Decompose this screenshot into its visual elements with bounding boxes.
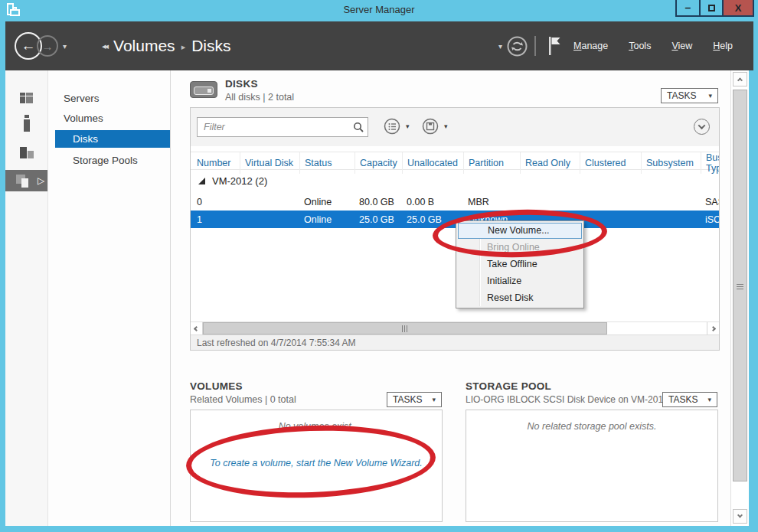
icon-strip: ▷ [5,70,48,526]
scroll-left-button[interactable] [191,322,203,335]
file-storage-nav-button[interactable]: ▷ [5,170,47,191]
breadcrumb: ◂◂ Volumes ▸ Disks [102,37,230,55]
menu-help[interactable]: Help [713,41,733,51]
cell-capacity: 25.0 GB [354,214,402,225]
tasks-label: TASKS [393,394,422,405]
menu-view[interactable]: View [671,41,692,51]
dropdown-icon: ▾ [444,122,448,130]
col-subsystem: Subsystem [641,152,701,174]
main-content: DISKS All disks | 2 total TASKS ▾ [171,70,730,526]
breadcrumb-section[interactable]: Volumes [113,37,175,55]
cell-number: 1 [197,214,240,225]
maximize-icon [708,5,715,11]
notifications-dropdown[interactable]: ▾ [498,42,502,51]
menu-item-take-offline[interactable]: Take Offline [458,256,582,273]
table-header[interactable]: Number Virtual Disk Status Capacity Unal… [191,152,720,170]
scroll-up-button[interactable] [733,72,747,86]
cell-status: Online [299,197,354,207]
tasks-dropdown-icon: ▾ [707,396,711,403]
horizontal-scrollbar[interactable] [191,321,719,335]
sidebar-item-volumes[interactable]: Volumes [48,109,170,129]
scroll-right-button[interactable] [707,322,719,335]
server-group-row[interactable]: VM-2012 (2) [198,175,267,187]
minimize-button[interactable]: – [675,0,701,17]
group-label: VM-2012 (2) [212,175,267,187]
dashboard-nav-button[interactable] [5,87,47,109]
breadcrumb-separator-icon: ▸ [181,42,186,52]
forward-button[interactable]: → [37,35,58,57]
menu-item-reset-disk[interactable]: Reset Disk [458,289,582,306]
vertical-scrollbar-thumb[interactable] [733,90,747,481]
horizontal-scrollbar-thumb[interactable] [203,322,607,335]
list-icon [384,118,400,135]
cell-bus-type: SAS [701,197,720,207]
server-manager-window: Server Manager – X ← → ▾ ◂◂ Volumes ▸ Di… [0,0,758,532]
volumes-tasks-button[interactable]: TASKS ▾ [387,392,442,407]
search-icon [353,122,364,132]
collapse-tile-button[interactable] [694,119,710,135]
storage-pool-tile: No related storage pool exists. [466,410,718,522]
history-arrows-icon[interactable]: ◂◂ [102,41,107,51]
all-servers-icon [20,147,34,159]
local-server-nav-button[interactable] [5,115,47,136]
cell-partition: MBR [463,197,520,207]
disks-title: DISKS [225,78,294,90]
cell-number: 0 [197,197,240,207]
flag-notifications-button[interactable] [547,35,563,57]
chevron-down-icon [737,513,743,518]
tasks-label: TASKS [667,90,696,101]
col-virtual-disk: Virtual Disk [240,152,299,174]
sidebar-item-storage-pools[interactable]: Storage Pools [48,151,170,171]
sidebar-item-servers[interactable]: Servers [48,89,170,109]
nav-history-dropdown[interactable]: ▾ [63,42,67,51]
navigation-bar: ← → ▾ ◂◂ Volumes ▸ Disks ▾ [5,21,753,70]
storage-pool-tasks-button[interactable]: TASKS ▾ [662,392,717,407]
close-button[interactable]: X [722,0,754,17]
vertical-scrollbar[interactable] [730,70,749,526]
col-number: Number [197,152,240,174]
cell-capacity: 80.0 GB [354,197,402,207]
table-row[interactable]: 0 Online 80.0 GB 0.00 B MBR SAS [191,194,720,211]
save-icon [422,118,439,135]
status-bar: Last refreshed on 4/7/2014 7:55:34 AM [191,335,719,350]
tasks-dropdown-icon: ▾ [432,396,436,403]
local-server-icon [24,119,30,132]
sidebar-item-disks[interactable]: Disks [55,130,170,148]
expand-triangle-icon [198,178,205,184]
filter-criteria-button[interactable]: ▾ [384,118,410,135]
minimize-icon: – [685,2,691,14]
cell-bus-type: iSCSI [701,214,720,225]
refresh-icon [507,36,528,57]
disks-toolbar: ▾ ▾ [191,108,719,146]
divider [534,36,536,56]
disk-icon [190,81,217,98]
refresh-button[interactable] [507,36,528,57]
storage-pool-title: STORAGE POOL [466,380,668,392]
save-query-button[interactable]: ▾ [422,118,448,135]
forward-arrow-icon: → [42,40,54,53]
chevron-up-icon [737,77,743,83]
grip-icon [737,282,743,289]
disks-tasks-button[interactable]: TASKS ▾ [661,88,718,103]
chevron-right-icon [711,325,716,331]
all-servers-nav-button[interactable] [5,142,47,164]
disks-subtitle: All disks | 2 total [225,92,294,103]
col-clustered: Clustered [580,152,641,174]
cell-unallocated: 0.00 B [402,197,463,207]
title-bar: Server Manager – X [0,0,758,21]
filter-input[interactable] [197,117,368,137]
cell-status: Online [299,214,354,225]
dashboard-icon [20,93,34,104]
tasks-dropdown-icon: ▾ [708,92,712,100]
maximize-button[interactable] [699,0,724,17]
menu-item-initialize[interactable]: Initialize [458,273,582,289]
last-refreshed-text: Last refreshed on 4/7/2014 7:55:34 AM [197,338,355,348]
storage-pool-subtitle: LIO-ORG IBLOCK SCSI Disk Device on VM-20… [466,394,668,405]
scroll-down-button[interactable] [733,509,747,524]
side-navigation: Servers Volumes Disks Storage Pools [48,70,171,526]
menu-manage[interactable]: Manage [573,41,608,51]
volumes-header: VOLUMES Related Volumes | 0 total [190,380,296,405]
menu-tools[interactable]: Tools [629,41,651,51]
tasks-label: TASKS [668,394,698,405]
breadcrumb-page[interactable]: Disks [191,37,230,55]
